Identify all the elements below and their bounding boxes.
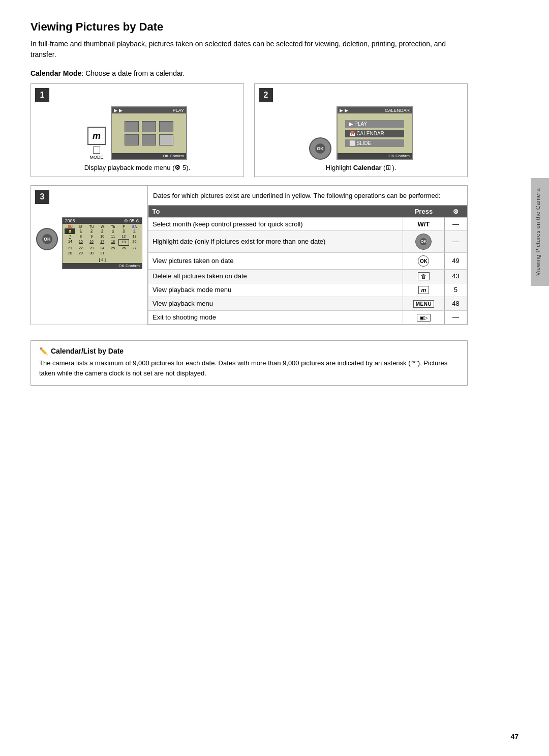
cal-lcd-top: 2006 ⊕ 05 ⊙: [63, 218, 142, 224]
lcd-icons: [125, 121, 173, 132]
ok-icon: OK: [420, 238, 427, 245]
table-row: Select month (keep control pressed for q…: [148, 217, 467, 230]
press-ok-dial: OK: [403, 230, 444, 252]
note-icon: ✏️: [39, 347, 48, 355]
ok-btn-badge: OK: [418, 255, 429, 267]
note-text: The camera lists a maximum of 9,000 pict…: [39, 358, 459, 380]
thumb-1: [125, 121, 139, 132]
checkbox-icon: [93, 147, 100, 154]
action-view: View pictures taken on date: [148, 252, 403, 269]
lcd-top-bar-2: ▶ ▶ CALENDAR: [338, 107, 412, 113]
thumb-2: [142, 121, 156, 132]
action-exit: Exit to shooting mode: [148, 310, 403, 324]
page-number: 47: [510, 733, 518, 741]
calendar-lcd: 2006 ⊕ 05 ⊙ SUMTUWThFSA ■123456 78910111…: [62, 217, 142, 269]
table-row: Highlight date (only if pictures exist f…: [148, 230, 467, 252]
intro-text: In full-frame and thumbnail playback, pi…: [30, 39, 468, 60]
press-ok: OK: [403, 252, 444, 269]
note-box: ✏️ Calendar/List by Date The camera list…: [30, 340, 468, 386]
m-btn-badge: m: [418, 286, 430, 294]
press-menu: MENU: [403, 297, 444, 310]
cal-bottom: OK Confirm: [63, 263, 142, 269]
table-row: View playback menu MENU 48: [148, 297, 467, 310]
ok-inner: OK: [315, 143, 325, 154]
note-title: ✏️ Calendar/List by Date: [39, 347, 459, 355]
steps-row-12: 1 m MODE ▶ ▶ PLAY: [30, 83, 468, 177]
col-press: Press: [403, 206, 444, 218]
step-1-number: 1: [35, 88, 49, 102]
ok-dial: OK: [309, 137, 331, 160]
step-2-number: 2: [259, 88, 273, 102]
step-2-box: 2 OK ▶ ▶ CALENDAR: [254, 83, 468, 177]
press-wt: W/T: [403, 217, 444, 230]
action-highlight: Highlight date (only if pictures exist f…: [148, 230, 403, 252]
col-icon: ⊗: [444, 206, 467, 218]
menu-btn-badge: MENU: [413, 300, 434, 308]
table-row: View playback mode menu m 5: [148, 283, 467, 297]
mode-label: MODE: [90, 155, 104, 160]
cal-days-header: SUMTUWThFSA: [65, 225, 140, 228]
num-playback-menu: 48: [444, 297, 467, 310]
step-3-right: Dates for which pictures exist are under…: [148, 186, 467, 325]
thumb-3: [159, 121, 173, 132]
step-2-caption: Highlight Calendar (🗓).: [260, 164, 462, 171]
lcd-bottom-2: OK Confirm: [338, 153, 412, 159]
step-3-left: 3 OK 2006 ⊕ 05 ⊙ SUMTUWThFSA: [31, 186, 148, 325]
num-playback-mode: 5: [444, 283, 467, 297]
action-scroll: Select month (keep control pressed for q…: [148, 217, 403, 230]
table-row: Delete all pictures taken on date 🗑 43: [148, 269, 467, 283]
mode-button: m: [87, 127, 106, 145]
thumb-5: [142, 134, 156, 146]
num-scroll: —: [444, 217, 467, 230]
cal-selected: [ 4 ]: [65, 257, 140, 262]
page-title: Viewing Pictures by Date: [30, 20, 468, 34]
trash-btn-badge: 🗑: [418, 272, 430, 280]
thumb-4: [125, 134, 139, 146]
press-trash: 🗑: [403, 269, 444, 283]
num-delete: 43: [444, 269, 467, 283]
num-view: 49: [444, 252, 467, 269]
action-playback-mode: View playback mode menu: [148, 283, 403, 297]
step-3-desc: Dates for which pictures exist are under…: [148, 186, 467, 206]
thumb-6: [159, 134, 173, 146]
step-1-caption: Display playback mode menu (⚙ 5).: [36, 164, 238, 171]
shoot-btn-badge: ▣▷: [417, 314, 431, 322]
step-3-container: 3 OK 2006 ⊕ 05 ⊙ SUMTUWThFSA: [30, 185, 468, 325]
lcd-top-bar-1: ▶ ▶ PLAY: [112, 107, 186, 113]
side-tab: Viewing Pictures on the Camera: [531, 178, 549, 286]
ok-dial-3: OK: [36, 228, 58, 250]
lcd-content-1: [112, 113, 186, 153]
action-delete: Delete all pictures taken on date: [148, 269, 403, 283]
step-3-number: 3: [35, 190, 49, 204]
cal-days: ■123456 78910111213 14151617181920 21222…: [65, 228, 140, 256]
table-row: View pictures taken on date OK 49: [148, 252, 467, 269]
calendar-mode-label: Calendar Mode: Choose a date from a cale…: [30, 69, 468, 77]
num-exit: —: [444, 310, 467, 324]
cal-lcd-body: SUMTUWThFSA ■123456 78910111213 14151617…: [63, 224, 142, 263]
step-1-box: 1 m MODE ▶ ▶ PLAY: [30, 83, 244, 177]
col-to: To: [148, 206, 403, 218]
lcd-content-2: ▶ PLAY 📅 CALENDAR ⬜ SLIDE: [338, 113, 412, 153]
press-shoot: ▣▷: [403, 310, 444, 324]
operations-table: To Press ⊗ Select month (keep control pr…: [148, 206, 467, 325]
lcd-bottom-1: OK Confirm: [112, 153, 186, 159]
table-row: Exit to shooting mode ▣▷ —: [148, 310, 467, 324]
lcd-screen-2: ▶ ▶ CALENDAR ▶ PLAY 📅 CALENDAR ⬜ SLIDE O…: [337, 106, 413, 160]
num-highlight: —: [444, 230, 467, 252]
action-playback-menu: View playback menu: [148, 297, 403, 310]
press-m: m: [403, 283, 444, 297]
ok-inner-3: OK: [42, 234, 52, 244]
lcd-screen-1: ▶ ▶ PLAY: [111, 106, 187, 160]
